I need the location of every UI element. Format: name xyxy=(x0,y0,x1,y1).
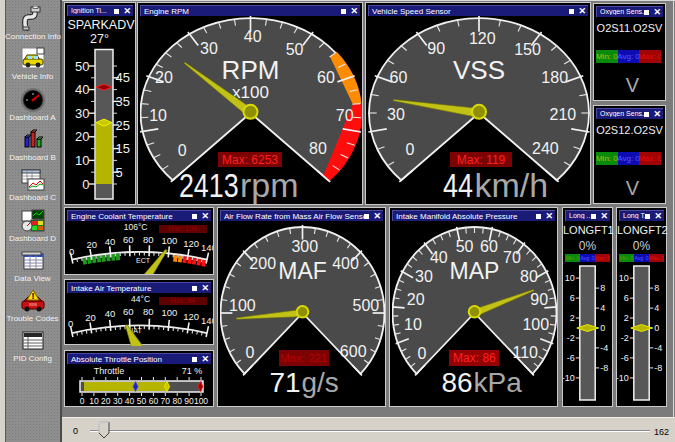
svg-text:60: 60 xyxy=(317,69,335,86)
svg-text:-10: -10 xyxy=(617,373,629,383)
svg-text:60: 60 xyxy=(123,234,134,245)
svg-text:-10: -10 xyxy=(563,373,575,383)
svg-text:VSS: VSS xyxy=(453,55,505,85)
svg-text:80: 80 xyxy=(143,234,154,245)
svg-text:110: 110 xyxy=(512,344,538,361)
svg-text:70: 70 xyxy=(336,107,354,124)
svg-text:6: 6 xyxy=(624,293,629,303)
svg-text:-6: -6 xyxy=(567,353,575,363)
svg-text:0: 0 xyxy=(178,142,187,159)
svg-text:20: 20 xyxy=(75,129,89,144)
svg-text:-2: -2 xyxy=(567,333,575,343)
svg-text:10: 10 xyxy=(619,273,629,283)
svg-text:0: 0 xyxy=(246,344,255,361)
svg-text:MAP: MAP xyxy=(450,258,500,284)
svg-text:10: 10 xyxy=(565,273,575,283)
svg-text:40: 40 xyxy=(105,308,116,319)
svg-text:80: 80 xyxy=(309,140,327,157)
svg-text:SPARKADV: SPARKADV xyxy=(67,18,135,32)
svg-text:4: 4 xyxy=(654,303,659,313)
svg-text:30: 30 xyxy=(113,396,123,406)
svg-text:20: 20 xyxy=(101,396,111,406)
svg-text:2: 2 xyxy=(624,313,629,323)
svg-text:40: 40 xyxy=(244,28,262,45)
svg-text:80: 80 xyxy=(172,396,182,406)
svg-text:0: 0 xyxy=(68,318,73,329)
svg-text:50: 50 xyxy=(286,41,304,58)
svg-text:40: 40 xyxy=(125,396,135,406)
svg-text:60: 60 xyxy=(149,396,159,406)
svg-text:MAF: MAF xyxy=(278,258,327,284)
svg-text:20: 20 xyxy=(155,69,173,86)
svg-text:-4: -4 xyxy=(654,343,662,353)
svg-text:0: 0 xyxy=(418,345,427,362)
svg-text:210: 210 xyxy=(550,106,577,123)
svg-text:!: ! xyxy=(31,291,34,301)
svg-text:60: 60 xyxy=(390,69,408,86)
svg-text:100: 100 xyxy=(194,396,208,406)
svg-text:45: 45 xyxy=(116,70,130,85)
svg-text:140: 140 xyxy=(201,315,213,326)
svg-text:90: 90 xyxy=(530,291,548,308)
svg-text:-8: -8 xyxy=(654,363,662,373)
svg-text:0: 0 xyxy=(406,141,415,158)
svg-text:-4: -4 xyxy=(600,343,608,353)
svg-text:90: 90 xyxy=(184,396,194,406)
svg-text:100: 100 xyxy=(161,307,177,318)
svg-text:4: 4 xyxy=(600,303,605,313)
svg-text:60: 60 xyxy=(123,306,134,317)
svg-text:30: 30 xyxy=(200,40,218,57)
svg-text:8: 8 xyxy=(654,283,659,293)
svg-text:80: 80 xyxy=(143,306,154,317)
svg-text:100: 100 xyxy=(161,235,177,246)
svg-text:0: 0 xyxy=(654,323,659,333)
svg-text:35: 35 xyxy=(116,94,130,109)
svg-text:2: 2 xyxy=(570,313,575,323)
svg-text:10: 10 xyxy=(149,107,167,124)
svg-text:20: 20 xyxy=(86,239,97,250)
svg-text:120: 120 xyxy=(183,311,199,322)
svg-text:70: 70 xyxy=(503,249,521,266)
svg-text:0: 0 xyxy=(82,177,89,192)
svg-text:120: 120 xyxy=(469,30,496,47)
svg-text:90: 90 xyxy=(427,40,445,57)
svg-text:60: 60 xyxy=(480,238,498,255)
svg-text:71 %: 71 % xyxy=(182,366,203,376)
svg-text:-2: -2 xyxy=(621,333,629,343)
svg-text:30: 30 xyxy=(75,106,89,121)
svg-text:200: 200 xyxy=(249,255,276,272)
svg-text:120: 120 xyxy=(183,238,199,249)
svg-text:8: 8 xyxy=(600,283,605,293)
svg-text:600: 600 xyxy=(340,343,367,360)
svg-text:20: 20 xyxy=(85,312,96,323)
svg-text:40: 40 xyxy=(105,236,116,247)
svg-text:10: 10 xyxy=(404,316,422,333)
svg-text:27°: 27° xyxy=(90,32,109,46)
svg-text:50: 50 xyxy=(137,396,147,406)
svg-text:80: 80 xyxy=(520,268,538,285)
svg-text:150: 150 xyxy=(514,41,541,58)
svg-text:240: 240 xyxy=(532,140,559,157)
svg-text:100: 100 xyxy=(522,316,549,333)
svg-text:30: 30 xyxy=(387,106,405,123)
svg-text:10: 10 xyxy=(75,153,89,168)
svg-text:40: 40 xyxy=(75,82,89,97)
svg-text:-6: -6 xyxy=(621,353,629,363)
svg-text:10: 10 xyxy=(89,396,99,406)
svg-text:0: 0 xyxy=(80,396,85,406)
svg-text:70: 70 xyxy=(161,396,171,406)
svg-text:-8: -8 xyxy=(600,363,608,373)
svg-text:400: 400 xyxy=(332,255,359,272)
svg-text:20: 20 xyxy=(407,291,425,308)
svg-text:30: 30 xyxy=(415,268,433,285)
svg-text:140: 140 xyxy=(201,242,213,253)
svg-text:50: 50 xyxy=(75,59,89,74)
svg-text:50: 50 xyxy=(456,238,474,255)
svg-text:180: 180 xyxy=(541,69,568,86)
svg-text:6: 6 xyxy=(570,293,575,303)
svg-text:0: 0 xyxy=(600,323,605,333)
svg-text:100: 100 xyxy=(229,297,256,314)
svg-text:15: 15 xyxy=(116,141,130,156)
svg-text:25: 25 xyxy=(116,118,130,133)
svg-text:RPM: RPM xyxy=(222,55,280,85)
